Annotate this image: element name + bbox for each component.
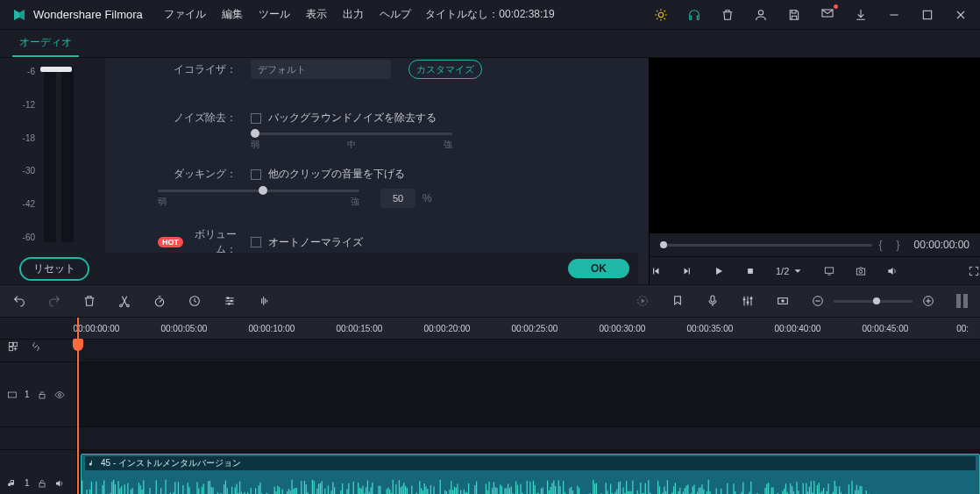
svg-rect-199 — [332, 482, 333, 494]
lock-icon[interactable] — [37, 390, 47, 400]
download-icon[interactable] — [854, 8, 868, 22]
svg-rect-200 — [334, 487, 335, 494]
close-icon[interactable] — [954, 8, 968, 22]
video-track-body[interactable] — [77, 362, 980, 426]
user-icon[interactable] — [754, 8, 768, 22]
svg-rect-305 — [500, 484, 501, 494]
menu-file[interactable]: ファイル — [164, 7, 206, 22]
stop-icon[interactable] — [744, 265, 756, 277]
zoom-fit-icon[interactable] — [956, 294, 968, 308]
trash-icon[interactable] — [721, 8, 735, 22]
ducking-value-input[interactable] — [380, 189, 415, 208]
lock-icon[interactable] — [37, 478, 47, 489]
audio-track-body[interactable]: 45 - インストルメンタルバージョン — [77, 450, 980, 494]
preview-zoom-dropdown[interactable]: 1/2 — [776, 265, 804, 277]
svg-rect-228 — [378, 485, 379, 494]
zoom-slider[interactable] — [834, 300, 913, 303]
minimize-icon[interactable] — [887, 8, 901, 22]
ruler-tick: 00:00:25:00 — [511, 324, 557, 333]
zoom-out-icon[interactable] — [811, 294, 825, 308]
svg-rect-63 — [117, 481, 118, 494]
menu-export[interactable]: 出力 — [343, 7, 364, 22]
timeline-ruler[interactable]: 00:00:00:00 00:00:05:00 00:00:10:00 00:0… — [77, 318, 980, 339]
preview-seek-bar[interactable] — [660, 244, 872, 247]
meter-channel-left — [44, 67, 56, 242]
speaker-icon[interactable] — [886, 265, 898, 277]
adjust-icon[interactable] — [223, 294, 237, 308]
meter-fader[interactable] — [40, 67, 72, 72]
svg-rect-489 — [790, 483, 791, 494]
sun-icon[interactable] — [654, 8, 668, 22]
reset-button[interactable]: リセット — [19, 257, 89, 281]
delete-icon[interactable] — [82, 294, 96, 308]
customize-button[interactable]: カスタマイズ — [408, 60, 482, 79]
mark-out-button[interactable]: } — [897, 239, 900, 251]
menu-view[interactable]: 表示 — [306, 7, 327, 22]
svg-rect-135 — [231, 487, 232, 494]
svg-rect-526 — [849, 484, 849, 494]
svg-rect-117 — [203, 483, 204, 494]
voiceover-icon[interactable] — [706, 294, 720, 308]
svg-rect-406 — [659, 486, 660, 494]
svg-rect-509 — [821, 490, 822, 494]
audio-clip[interactable]: 45 - インストルメンタルバージョン — [81, 454, 980, 494]
ducking-checkbox[interactable] — [251, 169, 261, 180]
link-icon[interactable] — [30, 340, 42, 353]
waveform — [82, 476, 870, 494]
play-icon[interactable] — [713, 265, 725, 277]
svg-rect-276 — [454, 487, 455, 494]
ok-button[interactable]: OK — [568, 259, 629, 278]
svg-rect-53 — [102, 485, 103, 494]
ruler-tick: 00:00:00:00 — [73, 324, 119, 333]
tab-audio[interactable]: オーディオ — [12, 30, 79, 57]
speed-icon[interactable] — [153, 294, 167, 308]
maximize-icon[interactable] — [920, 8, 934, 22]
noise-remove-checkbox[interactable] — [251, 113, 261, 124]
svg-rect-273 — [449, 490, 450, 494]
split-icon[interactable] — [117, 294, 131, 308]
manage-tracks-icon[interactable] — [7, 340, 19, 353]
redo-icon[interactable] — [47, 294, 61, 308]
menu-help[interactable]: ヘルプ — [380, 7, 411, 22]
playhead[interactable] — [77, 318, 79, 494]
marker-icon[interactable] — [671, 294, 685, 308]
mark-in-button[interactable]: { — [879, 239, 883, 251]
mixer-icon[interactable] — [741, 294, 755, 308]
prev-frame-icon[interactable] — [650, 265, 662, 277]
equalizer-dropdown[interactable]: デフォルト — [251, 60, 391, 79]
snapshot-icon[interactable] — [855, 265, 867, 277]
svg-rect-354 — [577, 486, 578, 494]
svg-rect-14 — [826, 267, 834, 272]
svg-rect-116 — [202, 487, 202, 494]
autonormalize-checkbox[interactable] — [251, 237, 261, 247]
fullscreen-icon[interactable] — [968, 265, 980, 277]
menu-tools[interactable]: ツール — [259, 7, 290, 22]
svg-rect-513 — [827, 483, 828, 494]
mail-icon[interactable] — [820, 6, 834, 20]
svg-rect-520 — [839, 486, 840, 494]
headphones-icon[interactable] — [687, 8, 701, 22]
crop-icon[interactable] — [188, 294, 202, 308]
svg-rect-530 — [855, 490, 856, 494]
svg-rect-392 — [637, 490, 638, 494]
noise-slider[interactable] — [251, 132, 452, 135]
svg-rect-531 — [856, 485, 857, 494]
render-icon[interactable] — [636, 294, 650, 308]
eye-icon[interactable] — [54, 390, 65, 400]
menu-edit[interactable]: 編集 — [222, 7, 243, 22]
undo-icon[interactable] — [12, 294, 26, 308]
svg-line-6 — [664, 18, 665, 18]
svg-rect-132 — [227, 488, 228, 494]
meter-tick: -30 — [23, 166, 35, 175]
svg-rect-423 — [685, 485, 686, 494]
save-icon[interactable] — [787, 8, 801, 22]
mute-icon[interactable] — [54, 478, 65, 489]
ducking-slider[interactable] — [158, 190, 359, 192]
audio-wave-icon[interactable] — [258, 294, 272, 308]
zoom-in-icon[interactable] — [921, 294, 935, 308]
keyframe-icon[interactable] — [776, 294, 790, 308]
svg-rect-410 — [665, 491, 666, 494]
svg-rect-433 — [701, 484, 702, 494]
next-frame-icon[interactable] — [681, 265, 693, 277]
display-icon[interactable] — [823, 265, 835, 277]
